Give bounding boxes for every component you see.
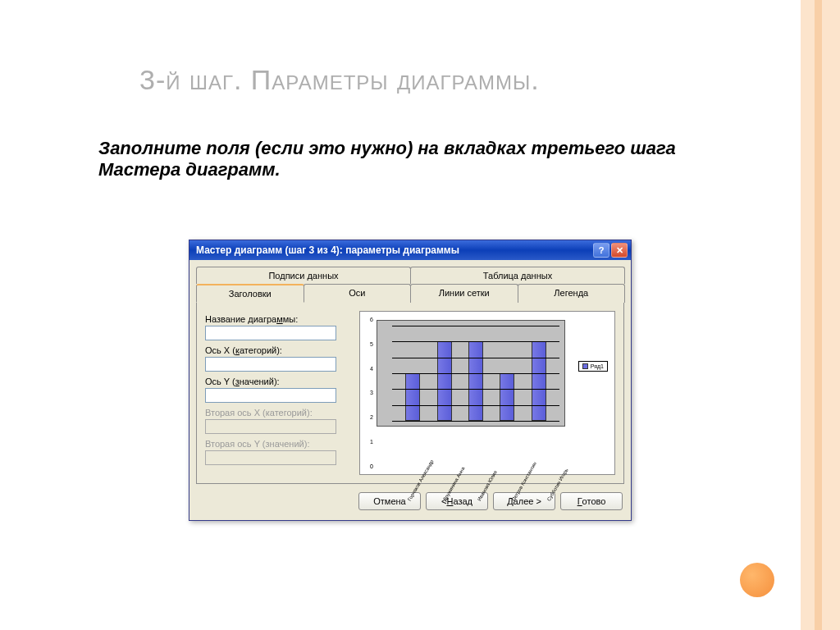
input-axis-x[interactable] [205, 357, 336, 372]
slide-accent-stripe [801, 0, 840, 630]
chart-bar [405, 373, 420, 421]
tab-data-labels[interactable]: Подписи данных [196, 267, 411, 284]
dialog-title: Мастер диаграмм (шаг 3 из 4): параметры … [196, 244, 591, 256]
input-axis-y2 [205, 450, 336, 465]
input-chart-title[interactable] [205, 326, 336, 340]
y-axis-ticks: 0 1 2 3 4 5 6 [362, 317, 373, 469]
slide-accent-dot [740, 563, 774, 597]
chart-legend: Ряд1 [578, 361, 608, 372]
tab-content-titles: Название диаграммы: Ось X (категорий): О… [196, 302, 624, 484]
chart-wizard-dialog: Мастер диаграмм (шаг 3 из 4): параметры … [189, 240, 632, 521]
input-axis-y[interactable] [205, 388, 336, 403]
tab-axes[interactable]: Оси [304, 284, 412, 303]
chart-bar [500, 373, 514, 421]
titles-form: Название диаграммы: Ось X (категорий): О… [205, 311, 353, 475]
legend-swatch-icon [582, 363, 588, 369]
label-chart-title: Название диаграммы: [205, 314, 353, 324]
input-axis-x2 [205, 419, 336, 434]
slide-subtitle: Заполните поля (если это нужно) на вклад… [98, 138, 758, 181]
dialog-titlebar[interactable]: Мастер диаграмм (шаг 3 из 4): параметры … [189, 240, 631, 260]
x-axis-labels: Горчаков АлександрДружинина АннаИванова … [390, 468, 564, 472]
tab-legend[interactable]: Легенда [518, 284, 626, 303]
tab-data-table[interactable]: Таблица данных [410, 267, 625, 284]
label-axis-x: Ось X (категорий): [205, 345, 353, 355]
slide-title: 3-й шаг. Параметры диаграммы. [139, 64, 766, 96]
label-axis-x2: Вторая ось X (категорий): [205, 408, 353, 418]
chart-plot-area [377, 320, 565, 427]
legend-label: Ряд1 [591, 363, 604, 369]
close-button[interactable]: ✕ [611, 243, 628, 258]
label-axis-y2: Вторая ось Y (значений): [205, 439, 353, 449]
tab-area: Подписи данных Таблица данных Заголовки … [189, 260, 631, 484]
next-button[interactable]: Далее > [493, 492, 555, 510]
label-axis-y: Ось Y (значений): [205, 377, 353, 386]
tab-titles[interactable]: Заголовки [196, 284, 304, 303]
dialog-button-row: Отмена < Назад Далее > Готово [189, 484, 631, 520]
chart-bar [437, 341, 452, 421]
tab-gridlines[interactable]: Линии сетки [410, 284, 518, 303]
chart-preview: 0 1 2 3 4 5 6 Ряд1 Горчаков Але [359, 311, 615, 475]
chart-bar [468, 341, 483, 421]
finish-button[interactable]: Готово [560, 492, 623, 510]
chart-bar [532, 341, 546, 421]
help-button[interactable]: ? [593, 243, 609, 258]
